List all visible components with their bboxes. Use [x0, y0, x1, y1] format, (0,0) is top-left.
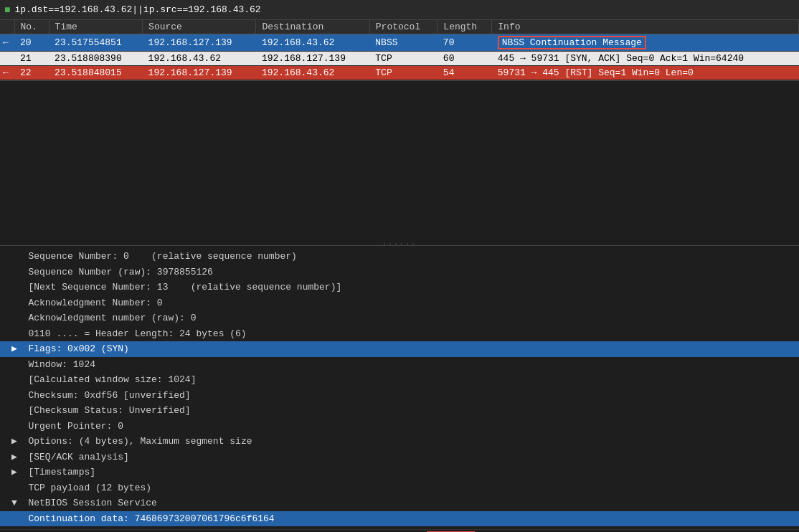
- filter-bar: ■ ip.dst==192.168.43.62||ip.src==192.168…: [0, 0, 799, 20]
- detail-line: Urgent Pointer: 0: [0, 419, 799, 434]
- col-time: Time: [49, 20, 142, 34]
- row-time: 23.518808390: [49, 52, 142, 66]
- table-row[interactable]: ←2023.517554851192.168.127.139192.168.43…: [0, 34, 799, 52]
- detail-line: Acknowledgment number (raw): 0: [0, 310, 799, 326]
- resize-handle-dots: ......: [382, 239, 417, 247]
- packet-details-panel: Sequence Number: 0 (relative sequence nu…: [0, 246, 799, 529]
- detail-line: Continuation data: 746869732007061796c6f…: [0, 511, 799, 527]
- row-source: 192.168.127.139: [143, 66, 256, 80]
- row-info: NBSS Continuation Message: [492, 34, 799, 52]
- detail-line: Sequence Number (raw): 3978855126: [0, 265, 799, 280]
- row-arrow: ←: [0, 34, 14, 52]
- row-destination: 192.168.127.139: [256, 52, 369, 66]
- packet-rows: ←2023.517554851192.168.127.139192.168.43…: [0, 34, 799, 80]
- row-source: 192.168.127.139: [143, 34, 256, 52]
- col-no: No.: [14, 20, 49, 34]
- filter-icon: ■: [4, 4, 10, 16]
- detail-expandable-line[interactable]: ▶ Options: (4 bytes), Maximum segment si…: [0, 434, 799, 450]
- detail-lines: Sequence Number: 0 (relative sequence nu…: [0, 249, 799, 526]
- filter-text: ip.dst==192.168.43.62||ip.src==192.168.4…: [14, 4, 260, 15]
- detail-expandable-line[interactable]: ▶ [Timestamps]: [0, 465, 799, 480]
- middle-empty-area: ......: [0, 81, 799, 246]
- table-row[interactable]: 2123.518808390192.168.43.62192.168.127.1…: [0, 52, 799, 66]
- row-protocol: NBSS: [369, 34, 438, 52]
- detail-line: TCP payload (12 bytes): [0, 480, 799, 496]
- row-destination: 192.168.43.62: [256, 66, 369, 80]
- detail-expandable-line[interactable]: ▼ NetBIOS Session Service: [0, 495, 799, 511]
- row-time: 23.518848015: [49, 66, 142, 80]
- row-source: 192.168.43.62: [143, 52, 256, 66]
- detail-line: 0110 .... = Header Length: 24 bytes (6): [0, 326, 799, 342]
- detail-expandable-line[interactable]: ▶ [SEQ/ACK analysis]: [0, 450, 799, 465]
- detail-line: [Calculated window size: 1024]: [0, 372, 799, 388]
- row-arrow: [0, 52, 14, 66]
- col-source: Source: [143, 20, 256, 34]
- detail-line: Window: 1024: [0, 357, 799, 373]
- detail-line: [Checksum Status: Unverified]: [0, 403, 799, 419]
- row-arrow: ←: [0, 66, 14, 80]
- detail-line: Checksum: 0xdf56 [unverified]: [0, 388, 799, 404]
- info-highlighted-text: NBSS Continuation Message: [498, 36, 646, 49]
- row-time: 23.517554851: [49, 34, 142, 52]
- detail-line: [Next Sequence Number: 13 (relative sequ…: [0, 280, 799, 295]
- row-no: 22: [14, 66, 49, 80]
- packet-table: No. Time Source Destination Protocol Len…: [0, 20, 799, 80]
- row-length: 60: [438, 52, 492, 66]
- row-length: 70: [438, 34, 492, 52]
- hex-dump-panel: 0030 04 00 df 56 00 00 02 04 05 b4 74 68…: [0, 529, 799, 532]
- resize-handle[interactable]: ......: [0, 239, 799, 245]
- row-length: 54: [438, 66, 492, 80]
- row-destination: 192.168.43.62: [256, 34, 369, 52]
- packet-list-container: No. Time Source Destination Protocol Len…: [0, 20, 799, 81]
- row-protocol: TCP: [369, 52, 438, 66]
- row-info: 59731 → 445 [RST] Seq=1 Win=0 Len=0: [492, 66, 799, 80]
- row-no: 20: [14, 34, 49, 52]
- col-length: Length: [438, 20, 492, 34]
- table-row[interactable]: ←2223.518848015192.168.127.139192.168.43…: [0, 66, 799, 80]
- row-protocol: TCP: [369, 66, 438, 80]
- col-protocol: Protocol: [369, 20, 438, 34]
- detail-expandable-line[interactable]: ▶ Flags: 0x002 (SYN): [0, 341, 799, 357]
- detail-line: Sequence Number: 0 (relative sequence nu…: [0, 249, 799, 265]
- row-info: 445 → 59731 [SYN, ACK] Seq=0 Ack=1 Win=6…: [492, 52, 799, 66]
- table-header-row: No. Time Source Destination Protocol Len…: [0, 20, 799, 34]
- row-no: 21: [14, 52, 49, 66]
- detail-line: Acknowledgment Number: 0: [0, 295, 799, 311]
- col-info: Info: [492, 20, 799, 34]
- col-destination: Destination: [256, 20, 369, 34]
- col-arrow: [0, 20, 14, 34]
